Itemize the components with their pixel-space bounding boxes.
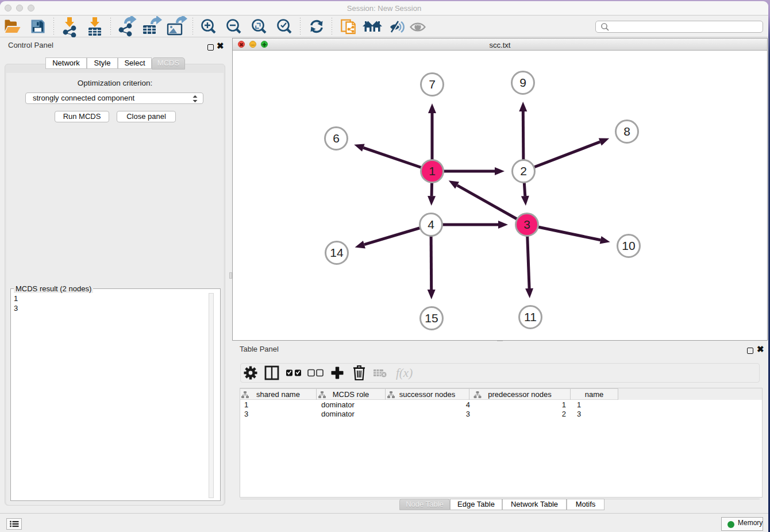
svg-text:11: 11 — [524, 310, 537, 323]
svg-text:1: 1 — [429, 164, 436, 178]
svg-text:15: 15 — [425, 311, 438, 325]
svg-text:2: 2 — [520, 164, 527, 178]
svg-text:7: 7 — [429, 78, 436, 91]
svg-text:9: 9 — [519, 76, 526, 89]
svg-text:3: 3 — [523, 218, 530, 231]
svg-text:14: 14 — [330, 246, 344, 259]
svg-text:6: 6 — [333, 132, 340, 145]
svg-text:8: 8 — [623, 125, 630, 138]
svg-text:4: 4 — [428, 218, 434, 231]
svg-text:10: 10 — [622, 239, 635, 252]
svg-text:f(x): f(x) — [396, 366, 413, 380]
